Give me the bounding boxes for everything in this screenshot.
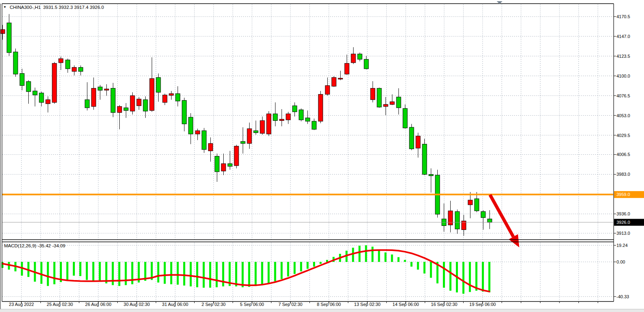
macd-histogram-bar (475, 262, 477, 291)
candle-bearish (111, 88, 115, 112)
macd-histogram-bar (469, 262, 471, 292)
candle-bullish (416, 136, 420, 148)
candle-bearish (124, 108, 128, 111)
candle-bearish (475, 199, 479, 211)
candle-bullish (117, 106, 122, 112)
candle-bearish (377, 88, 381, 107)
macd-histogram-bar (86, 262, 88, 280)
time-axis-label: 7 Sep 02:30 (278, 302, 302, 307)
macd-histogram-bar (125, 262, 127, 285)
candle-bearish (228, 164, 232, 167)
price-axis-label: 4123.5 (616, 54, 630, 59)
macd-histogram-bar (216, 262, 218, 287)
macd-histogram-bar (281, 262, 283, 279)
macd-histogram-bar (66, 262, 68, 281)
bottom-window-strip (0, 309, 644, 312)
candle-bullish (0, 30, 5, 34)
candle-bullish (247, 129, 252, 143)
macd-histogram-bar (274, 262, 276, 281)
macd-histogram-bar (235, 262, 237, 287)
macd-histogram-bar (209, 262, 211, 288)
candle-bullish (267, 114, 271, 134)
macd-histogram-bar (183, 262, 185, 286)
macd-histogram-bar (462, 262, 464, 294)
time-axis-label: 26 Aug 06:00 (85, 302, 112, 307)
candle-bullish (130, 96, 135, 111)
macd-histogram-bar (424, 262, 426, 274)
candle-bullish (72, 67, 76, 72)
candle-bearish (189, 117, 193, 134)
candle-bearish (156, 78, 161, 93)
candle-bullish (325, 86, 330, 95)
macd-histogram-bar (384, 253, 386, 262)
macd-axis-label: -40.33 (616, 294, 629, 299)
macd-axis[interactable]: 19.240.00-40.33 (614, 243, 629, 299)
hline-badge-text: 3959.0 (616, 192, 630, 197)
candle-bearish (305, 118, 310, 121)
macd-main-value: -35.42 (38, 243, 51, 248)
time-axis-label: 30 Aug 02:30 (124, 302, 150, 307)
candle-bearish (292, 106, 297, 112)
price-axis-label: 4006.5 (616, 152, 630, 157)
macd-histogram-bar (92, 262, 94, 281)
time-axis-label: 25 Aug 02:30 (47, 302, 73, 307)
time-axis[interactable]: 23 Aug 202225 Aug 02:3026 Aug 06:0030 Au… (9, 301, 598, 307)
macd-histogram-bar (371, 247, 373, 262)
candle-bullish (351, 54, 356, 63)
candle-bullish (52, 63, 57, 103)
price-axis[interactable]: 4170.54147.04123.54100.04076.54053.04029… (614, 14, 644, 236)
candle-bearish (7, 23, 11, 53)
candle-bearish (13, 52, 18, 74)
time-axis-label: 8 Sep 06:00 (317, 302, 341, 307)
candle-bearish (396, 97, 401, 108)
macd-histogram-bar (307, 262, 309, 269)
candle-bearish (422, 144, 427, 175)
macd-name: MACD(12,26,9) (4, 243, 36, 248)
macd-histogram-bar (248, 262, 250, 287)
macd-signal-value: -34.09 (52, 243, 66, 248)
macd-histogram-bar (254, 262, 256, 286)
candle-bullish (91, 88, 96, 106)
chart-panels[interactable] (2, 4, 614, 301)
candle-bearish (487, 219, 492, 222)
trading-chart-window: 4170.54147.04123.54100.04076.54053.04029… (0, 0, 644, 312)
macd-histogram-bar (131, 262, 133, 284)
macd-histogram-bar (391, 255, 393, 262)
price-axis-label: 3983.0 (616, 172, 630, 177)
candle-bearish (403, 108, 407, 128)
candle-bearish (481, 211, 485, 217)
macd-indicator-label: MACD(12,26,9) -35.42 -34.09 (4, 243, 66, 248)
price-axis-label: 4170.5 (616, 14, 630, 19)
macd-histogram-bar (157, 262, 159, 282)
candle-bearish (299, 110, 303, 120)
candle-bearish (39, 93, 44, 102)
candle-bullish (104, 89, 109, 90)
macd-histogram-bar (411, 262, 413, 267)
chart-canvas[interactable]: 4170.54147.04123.54100.04076.54053.04029… (0, 0, 644, 312)
candle-bullish (332, 78, 336, 86)
candle-bullish (260, 120, 265, 133)
macd-histogram-bar (2, 262, 4, 268)
macd-histogram-bar (326, 260, 328, 262)
macd-histogram-bar (404, 260, 406, 262)
macd-histogram-bar (203, 262, 205, 288)
macd-histogram-bar (313, 262, 315, 267)
candle-bearish (215, 156, 219, 172)
candle-bearish (33, 91, 37, 95)
macd-histogram-bar (47, 262, 49, 286)
quote-ohlc-values: 3931.5 3932.3 3917.4 3926.0 (43, 5, 104, 10)
macd-histogram-bar (196, 262, 198, 287)
macd-histogram-bar (365, 245, 367, 262)
macd-axis-label: 0.00 (616, 259, 625, 264)
time-axis-label: 31 Aug 06:00 (162, 302, 189, 307)
symbol-dropdown-icon[interactable]: ▼ (3, 6, 6, 9)
candle-bullish (208, 143, 213, 151)
macd-histogram-bar (300, 262, 302, 271)
price-axis-label: 4053.0 (616, 113, 630, 118)
macd-histogram-bar (177, 262, 179, 285)
macd-histogram-bar (73, 262, 75, 276)
candle-bullish (390, 102, 394, 105)
time-axis-label: 19 Sep 06:00 (469, 302, 496, 307)
macd-histogram-bar (398, 257, 400, 262)
candle-bearish (358, 54, 362, 59)
